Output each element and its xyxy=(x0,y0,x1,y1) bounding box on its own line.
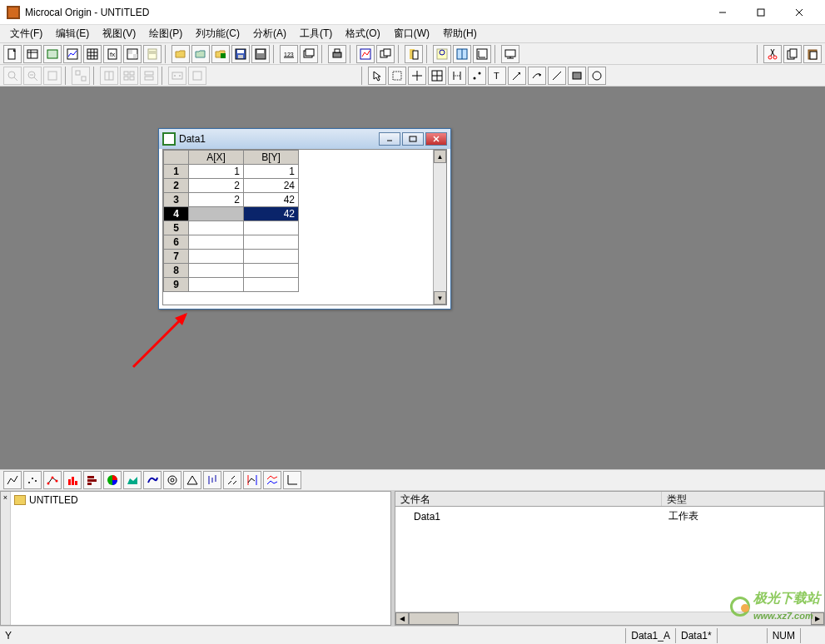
merge-button[interactable] xyxy=(120,67,138,85)
mdi-close-button[interactable] xyxy=(425,132,447,146)
copy-button[interactable] xyxy=(783,45,802,63)
extract-button[interactable] xyxy=(100,67,118,85)
cell[interactable] xyxy=(244,278,299,292)
vector-plot-button[interactable] xyxy=(223,471,241,489)
cell[interactable] xyxy=(189,221,244,235)
scroll-up-button[interactable]: ▲ xyxy=(434,150,446,163)
row-header[interactable]: 1 xyxy=(164,165,189,179)
menu-column[interactable]: 列功能(C) xyxy=(189,25,246,42)
row-header-selected[interactable]: 4 xyxy=(164,207,189,221)
template-plot-button[interactable] xyxy=(283,471,301,489)
data-window[interactable]: Data1 A[X] B[Y] 111 2224 3242 442 xyxy=(158,128,451,310)
cell[interactable]: 2 xyxy=(189,179,244,193)
mdi-minimize-button[interactable] xyxy=(379,132,400,146)
open-button[interactable] xyxy=(171,45,190,63)
zoom-out-button[interactable] xyxy=(23,67,42,85)
data-grid[interactable]: A[X] B[Y] 111 2224 3242 442 5 6 7 8 9 xyxy=(163,150,299,292)
column-header-b[interactable]: B[Y] xyxy=(244,151,299,165)
arrow-tool-button[interactable] xyxy=(508,67,526,85)
rescale-button[interactable] xyxy=(473,45,491,63)
data-window-titlebar[interactable]: Data1 xyxy=(159,129,450,149)
new-worksheet-button[interactable] xyxy=(23,45,42,63)
row-header[interactable]: 2 xyxy=(164,179,189,193)
header-filename[interactable]: 文件名 xyxy=(395,492,662,506)
new-layout-button[interactable] xyxy=(123,45,142,63)
cell[interactable] xyxy=(189,278,244,292)
pointer-tool-button[interactable] xyxy=(368,67,386,85)
results-log-button[interactable] xyxy=(405,45,423,63)
scroll-track[interactable] xyxy=(434,163,446,291)
data-reader-button[interactable] xyxy=(428,67,446,85)
row-header[interactable]: 8 xyxy=(164,264,189,278)
line-scatter-button[interactable] xyxy=(43,471,62,489)
cell[interactable]: 1 xyxy=(244,165,299,179)
data-selector-button[interactable] xyxy=(448,67,466,85)
file-list-item[interactable]: Data1 工作表 xyxy=(399,508,821,524)
stack-plot-button[interactable] xyxy=(263,471,281,489)
triangle-plot-button[interactable] xyxy=(183,471,201,489)
header-type[interactable]: 类型 xyxy=(662,492,824,506)
circle-tool-button[interactable] xyxy=(588,67,606,85)
add-layer-button[interactable] xyxy=(72,67,90,85)
cell[interactable]: 42 xyxy=(244,193,299,207)
close-button[interactable] xyxy=(780,0,818,25)
high-low-button[interactable] xyxy=(203,471,221,489)
menu-view[interactable]: 视图(V) xyxy=(96,25,142,42)
cell-selected[interactable]: 42 xyxy=(244,207,299,221)
open-excel-button[interactable] xyxy=(211,45,230,63)
menu-window[interactable]: 窗口(W) xyxy=(387,25,436,42)
panel-button[interactable] xyxy=(168,67,186,85)
duplicate-button[interactable] xyxy=(376,45,395,63)
new-matrix-button[interactable] xyxy=(83,45,102,63)
rect-tool-button[interactable] xyxy=(568,67,586,85)
cell[interactable] xyxy=(244,264,299,278)
new-project-button[interactable] xyxy=(3,45,22,63)
scroll-left-button[interactable]: ◀ xyxy=(395,612,409,625)
cut-button[interactable] xyxy=(763,45,782,63)
ternary-plot-button[interactable] xyxy=(163,471,181,489)
new-graph-button[interactable] xyxy=(63,45,82,63)
vertical-scrollbar[interactable]: ▲ ▼ xyxy=(433,150,446,305)
menu-file[interactable]: 文件(F) xyxy=(3,25,49,42)
minimize-button[interactable] xyxy=(703,0,742,25)
add-column-button[interactable] xyxy=(453,45,471,63)
cell[interactable]: 2 xyxy=(189,193,244,207)
refresh-button[interactable] xyxy=(356,45,375,63)
line-plot-button[interactable] xyxy=(3,471,22,489)
mdi-maximize-button[interactable] xyxy=(402,132,424,146)
rescale-tool-button[interactable] xyxy=(43,67,62,85)
new-notes-button[interactable] xyxy=(143,45,162,63)
zoom-rect-button[interactable] xyxy=(388,67,406,85)
cell[interactable] xyxy=(189,264,244,278)
cell[interactable]: 24 xyxy=(244,179,299,193)
cell[interactable] xyxy=(189,207,244,221)
menu-plot[interactable]: 绘图(P) xyxy=(142,25,189,42)
cell[interactable] xyxy=(244,221,299,235)
text-tool-button[interactable]: T xyxy=(488,67,506,85)
cell[interactable] xyxy=(244,235,299,250)
project-tree[interactable]: UNTITLED xyxy=(11,492,390,625)
new-function-button[interactable]: fx xyxy=(103,45,122,63)
row-header[interactable]: 3 xyxy=(164,193,189,207)
scroll-down-button[interactable]: ▼ xyxy=(434,291,446,305)
panel-close-button[interactable]: × xyxy=(1,492,11,625)
column-header-a[interactable]: A[X] xyxy=(189,151,244,165)
row-header[interactable]: 5 xyxy=(164,221,189,235)
slide-show-button[interactable] xyxy=(501,45,519,63)
maximize-button[interactable] xyxy=(742,0,780,25)
scroll-thumb[interactable] xyxy=(409,612,459,625)
tree-root-item[interactable]: UNTITLED xyxy=(14,493,387,507)
screen-reader-button[interactable] xyxy=(408,67,426,85)
line-tool-button[interactable] xyxy=(548,67,566,85)
corner-cell[interactable] xyxy=(164,151,189,165)
scatter-plot-button[interactable] xyxy=(23,471,42,489)
save-button[interactable] xyxy=(231,45,250,63)
new-excel-button[interactable] xyxy=(43,45,62,63)
cell[interactable] xyxy=(189,235,244,250)
legend-button[interactable] xyxy=(188,67,206,85)
import-ascii-button[interactable]: 123 xyxy=(280,45,298,63)
column-plot-button[interactable] xyxy=(63,471,82,489)
mask-button[interactable] xyxy=(468,67,486,85)
menu-tools[interactable]: 工具(T) xyxy=(293,25,339,42)
pie-plot-button[interactable] xyxy=(103,471,122,489)
